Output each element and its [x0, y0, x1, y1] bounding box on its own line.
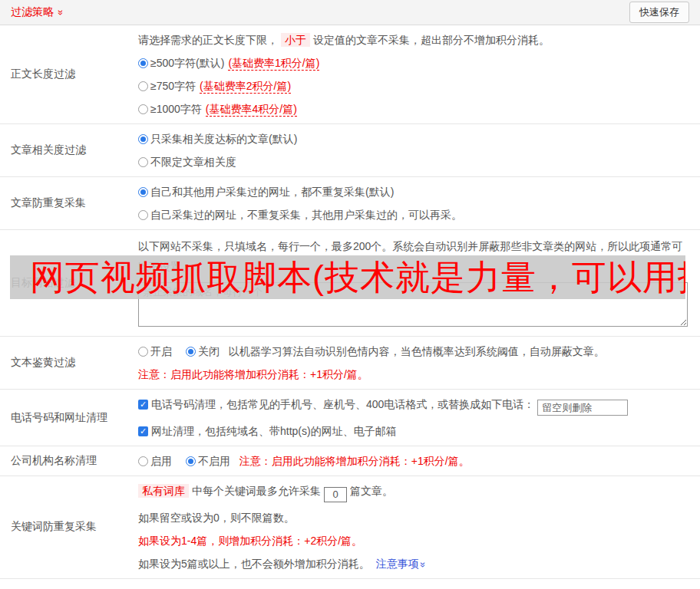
row-keyword-dedup: 关键词防重复采集 私有词库中每个关键词最多允许采集篇文章。 如果留空或设为0，则… — [0, 476, 700, 579]
quick-save-button[interactable]: 快速保存 — [629, 2, 689, 23]
blocked-domains-textarea[interactable] — [138, 282, 688, 327]
option-750-chars[interactable]: ≥750字符(基础费率2积分/篇) — [138, 74, 688, 97]
row-label: 电话号码和网址清理 — [0, 390, 138, 446]
company-clean-options: 启用 不启用 注意：启用此功能将增加积分消耗：+1积分/篇。 — [138, 449, 688, 472]
limit-text-after: 篇文章。 — [350, 485, 393, 497]
option-label: 开启 — [150, 345, 172, 357]
option-disable[interactable]: 不启用 — [186, 455, 230, 467]
private-lexicon-highlight[interactable]: 私有词库 — [138, 484, 189, 498]
row-phone-url-clean: 电话号码和网址清理 ✓电话号码清理，包括常见的手机号、座机号、400电话格式，或… — [0, 390, 700, 446]
row-body-length-filter: 正文长度过滤 请选择需求的正文长度下限，小于设定值的文章不采集，超出部分不增加积… — [0, 25, 700, 124]
phone-clean-option[interactable]: ✓电话号码清理，包括常见的手机号、座机号、400电话格式，或替换成如下电话： — [138, 393, 688, 420]
keyword-limit-line: 私有词库中每个关键词最多允许采集篇文章。 — [138, 479, 688, 506]
row-label: 目标网站过滤 — [0, 230, 138, 336]
option-label: 启用 — [150, 455, 172, 467]
radio-icon[interactable] — [138, 347, 148, 357]
row-content: 只采集相关度达标的文章(默认) 不限定文章相关度 — [138, 124, 700, 176]
option-500-chars[interactable]: ≥500字符(默认)(基础费率1积分/篇) — [138, 51, 688, 74]
porn-filter-options: 开启 关闭 以机器学习算法自动识别色情内容，当色情概率达到系统阈值，自动屏蔽文章… — [138, 340, 688, 363]
checkbox-checked-icon[interactable]: ✓ — [138, 426, 148, 436]
keyword-limit-input[interactable] — [324, 487, 347, 502]
intro-after: 设定值的文章不采集，超出部分不增加积分消耗。 — [313, 34, 550, 46]
option-relevance-any[interactable]: 不限定文章相关度 — [138, 150, 688, 173]
intro-highlight: 小于 — [281, 33, 310, 47]
intro-before: 请选择需求的正文长度下限， — [138, 34, 278, 46]
radio-icon[interactable] — [138, 134, 148, 144]
keyword-note-cost: 如果设为1-4篇，则增加积分消耗：+2积分/篇。 — [138, 529, 688, 552]
notice-link[interactable]: 注意事项« — [376, 558, 424, 570]
radio-icon[interactable] — [138, 104, 148, 114]
radio-icon[interactable] — [138, 58, 148, 68]
radio-icon[interactable] — [138, 187, 148, 197]
radio-icon[interactable] — [138, 81, 148, 91]
checkbox-label: 网址清理，包括纯域名、带http(s)的网址、电子邮箱 — [151, 425, 397, 437]
option-dedup-all[interactable]: 自己和其他用户采集过的网址，都不重复采集(默认) — [138, 180, 688, 203]
row-porn-filter: 文本鉴黄过滤 开启 关闭 以机器学习算法自动识别色情内容，当色情概率达到系统阈值… — [0, 337, 700, 390]
url-clean-option[interactable]: ✓网址清理，包括纯域名、带http(s)的网址、电子邮箱 — [138, 420, 688, 443]
body-length-intro: 请选择需求的正文长度下限，小于设定值的文章不采集，超出部分不增加积分消耗。 — [138, 28, 688, 51]
row-content: 启用 不启用 注意：启用此功能将增加积分消耗：+1积分/篇。 — [138, 446, 700, 475]
option-label: ≥750字符 — [150, 80, 196, 92]
option-dedup-self[interactable]: 自己采集过的网址，不重复采集，其他用户采集过的，可以再采。 — [138, 203, 688, 226]
row-article-dedup: 文章防重复采集 自己和其他用户采集过的网址，都不重复采集(默认) 自己采集过的网… — [0, 177, 700, 230]
option-fee: (基础费率4积分/篇) — [206, 103, 297, 117]
page-title[interactable]: 过滤策略 « — [11, 5, 62, 19]
option-label: 不启用 — [198, 455, 230, 467]
row-label: 公司机构名称清理 — [0, 446, 138, 475]
page-title-text: 过滤策略 — [11, 5, 54, 18]
option-fee: (基础费率1积分/篇) — [228, 57, 319, 71]
row-label: 正文长度过滤 — [0, 25, 138, 123]
note-text: 如果设为5篇或以上，也不会额外增加积分消耗。 — [138, 558, 370, 570]
limit-text-before: 中每个关键词最多允许采集 — [192, 485, 321, 497]
row-content: 开启 关闭 以机器学习算法自动识别色情内容，当色情概率达到系统阈值，自动屏蔽文章… — [138, 337, 700, 389]
row-label: 文章防重复采集 — [0, 177, 138, 229]
option-fee: (基础费率2积分/篇) — [200, 80, 291, 94]
radio-icon[interactable] — [186, 456, 196, 466]
target-site-intro: 以下网站不采集，只填域名，每行一个，最多200个。系统会自动识别并屏蔽那些非文章… — [138, 236, 688, 278]
row-target-site-filter: 目标网站过滤 以下网站不采集，只填域名，每行一个，最多200个。系统会自动识别并… — [0, 230, 700, 337]
option-1000-chars[interactable]: ≥1000字符(基础费率4积分/篇) — [138, 97, 688, 120]
option-label: 只采集相关度达标的文章(默认) — [150, 133, 297, 145]
company-clean-note: 注意：启用此功能将增加积分消耗：+1积分/篇。 — [239, 455, 470, 467]
row-relevance-filter: 文章相关度过滤 只采集相关度达标的文章(默认) 不限定文章相关度 — [0, 124, 700, 177]
row-company-clean: 公司机构名称清理 启用 不启用 注意：启用此功能将增加积分消耗：+1积分/篇。 — [0, 446, 700, 476]
option-label: 自己和其他用户采集过的网址，都不重复采集(默认) — [150, 186, 394, 198]
checkbox-checked-icon[interactable]: ✓ — [138, 400, 148, 410]
row-label: 关键词防重复采集 — [0, 476, 138, 578]
porn-filter-note: 注意：启用此功能将增加积分消耗：+1积分/篇。 — [138, 363, 688, 386]
keyword-note-zero: 如果留空或设为0，则不限篇数。 — [138, 506, 688, 529]
option-label: ≥1000字符 — [150, 103, 202, 115]
radio-icon[interactable] — [138, 210, 148, 220]
double-chevron-down-icon: « — [54, 10, 64, 15]
porn-filter-desc: 以机器学习算法自动识别色情内容，当色情概率达到系统阈值，自动屏蔽文章。 — [229, 345, 605, 357]
row-content: 自己和其他用户采集过的网址，都不重复采集(默认) 自己采集过的网址，不重复采集，… — [138, 177, 700, 229]
option-label: 不限定文章相关度 — [150, 156, 236, 168]
replacement-phone-input[interactable] — [537, 400, 628, 416]
row-content: 请选择需求的正文长度下限，小于设定值的文章不采集，超出部分不增加积分消耗。 ≥5… — [138, 25, 700, 123]
checkbox-label: 电话号码清理，包括常见的手机号、座机号、400电话格式，或替换成如下电话： — [151, 398, 534, 410]
option-enable[interactable]: 开启 — [138, 345, 172, 357]
notice-link-text: 注意事项 — [376, 558, 419, 570]
option-disable[interactable]: 关闭 — [186, 345, 220, 357]
option-label: 自己采集过的网址，不重复采集，其他用户采集过的，可以再采。 — [150, 209, 462, 221]
option-relevance-only[interactable]: 只采集相关度达标的文章(默认) — [138, 127, 688, 150]
row-content: 私有词库中每个关键词最多允许采集篇文章。 如果留空或设为0，则不限篇数。 如果设… — [138, 476, 700, 578]
row-content: 以下网站不采集，只填域名，每行一个，最多200个。系统会自动识别并屏蔽那些非文章… — [138, 230, 700, 336]
row-label: 文本鉴黄过滤 — [0, 337, 138, 389]
header-bar: 过滤策略 « 快速保存 — [0, 0, 700, 25]
radio-icon[interactable] — [186, 347, 196, 357]
option-enable[interactable]: 启用 — [138, 455, 172, 467]
option-label: ≥500字符(默认) — [150, 57, 224, 69]
keyword-note-five: 如果设为5篇或以上，也不会额外增加积分消耗。注意事项« — [138, 552, 688, 575]
double-chevron-down-icon: « — [417, 561, 427, 567]
row-content: ✓电话号码清理，包括常见的手机号、座机号、400电话格式，或替换成如下电话： ✓… — [138, 390, 700, 446]
row-label: 文章相关度过滤 — [0, 124, 138, 176]
radio-icon[interactable] — [138, 157, 148, 167]
option-label: 关闭 — [198, 345, 220, 357]
radio-icon[interactable] — [138, 456, 148, 466]
